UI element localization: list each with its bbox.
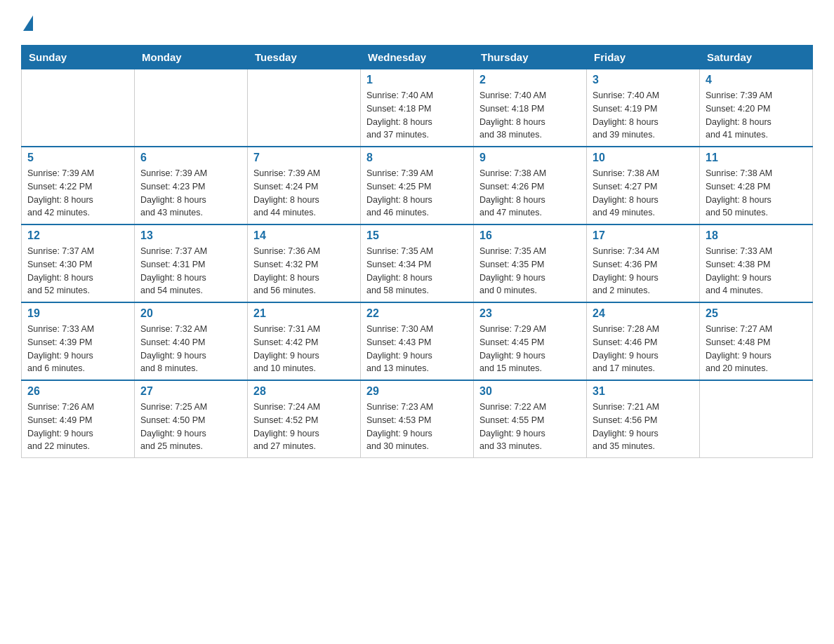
calendar-cell: 19Sunrise: 7:33 AM Sunset: 4:39 PM Dayli… [22,302,135,380]
day-info: Sunrise: 7:25 AM Sunset: 4:50 PM Dayligh… [140,401,241,453]
day-info: Sunrise: 7:22 AM Sunset: 4:55 PM Dayligh… [479,401,581,453]
calendar-cell: 11Sunrise: 7:38 AM Sunset: 4:28 PM Dayli… [700,147,813,224]
logo-triangle-icon [23,15,33,31]
day-number: 12 [27,229,128,242]
day-number: 14 [253,229,355,242]
calendar-table: SundayMondayTuesdayWednesdayThursdayFrid… [21,45,813,458]
day-info: Sunrise: 7:36 AM Sunset: 4:32 PM Dayligh… [253,245,355,297]
calendar-cell: 29Sunrise: 7:23 AM Sunset: 4:53 PM Dayli… [361,380,474,458]
calendar-week-row: 19Sunrise: 7:33 AM Sunset: 4:39 PM Dayli… [22,302,813,380]
day-info: Sunrise: 7:40 AM Sunset: 4:18 PM Dayligh… [479,89,581,142]
day-number: 9 [479,152,581,164]
calendar-cell: 15Sunrise: 7:35 AM Sunset: 4:34 PM Dayli… [361,224,474,302]
calendar-cell: 13Sunrise: 7:37 AM Sunset: 4:31 PM Dayli… [135,224,248,302]
day-info: Sunrise: 7:38 AM Sunset: 4:27 PM Dayligh… [593,167,694,220]
calendar-week-row: 1Sunrise: 7:40 AM Sunset: 4:18 PM Daylig… [22,69,813,147]
day-number: 29 [366,385,468,398]
day-info: Sunrise: 7:33 AM Sunset: 4:39 PM Dayligh… [27,323,128,375]
day-number: 15 [366,229,468,242]
weekday-header-tuesday: Tuesday [248,46,361,69]
weekday-header-thursday: Thursday [474,46,587,69]
calendar-cell: 2Sunrise: 7:40 AM Sunset: 4:18 PM Daylig… [474,69,587,147]
day-info: Sunrise: 7:39 AM Sunset: 4:22 PM Dayligh… [27,167,128,220]
calendar-cell: 25Sunrise: 7:27 AM Sunset: 4:48 PM Dayli… [700,302,813,380]
calendar-cell: 26Sunrise: 7:26 AM Sunset: 4:49 PM Dayli… [22,380,135,458]
day-info: Sunrise: 7:30 AM Sunset: 4:43 PM Dayligh… [366,323,468,375]
calendar-cell: 27Sunrise: 7:25 AM Sunset: 4:50 PM Dayli… [135,380,248,458]
day-number: 4 [706,74,807,86]
weekday-header-wednesday: Wednesday [361,46,474,69]
day-number: 19 [27,307,128,320]
day-info: Sunrise: 7:39 AM Sunset: 4:20 PM Dayligh… [706,89,807,142]
weekday-header-saturday: Saturday [700,46,813,69]
day-info: Sunrise: 7:35 AM Sunset: 4:35 PM Dayligh… [479,245,581,297]
calendar-cell [248,69,361,147]
calendar-cell: 17Sunrise: 7:34 AM Sunset: 4:36 PM Dayli… [587,224,700,302]
calendar-cell: 16Sunrise: 7:35 AM Sunset: 4:35 PM Dayli… [474,224,587,302]
day-number: 8 [366,152,468,164]
calendar-cell: 12Sunrise: 7:37 AM Sunset: 4:30 PM Dayli… [22,224,135,302]
day-number: 13 [140,229,241,242]
calendar-cell: 5Sunrise: 7:39 AM Sunset: 4:22 PM Daylig… [22,147,135,224]
day-info: Sunrise: 7:24 AM Sunset: 4:52 PM Dayligh… [253,401,355,453]
calendar-cell: 18Sunrise: 7:33 AM Sunset: 4:38 PM Dayli… [700,224,813,302]
day-info: Sunrise: 7:39 AM Sunset: 4:24 PM Dayligh… [253,167,355,220]
calendar-header: SundayMondayTuesdayWednesdayThursdayFrid… [22,46,813,69]
weekday-header-friday: Friday [587,46,700,69]
day-number: 11 [706,152,807,164]
calendar-cell [135,69,248,147]
day-number: 6 [140,152,241,164]
day-info: Sunrise: 7:26 AM Sunset: 4:49 PM Dayligh… [27,401,128,453]
day-number: 22 [366,307,468,320]
day-number: 2 [479,74,581,86]
day-number: 26 [27,385,128,398]
weekday-header-row: SundayMondayTuesdayWednesdayThursdayFrid… [22,46,813,69]
day-info: Sunrise: 7:31 AM Sunset: 4:42 PM Dayligh… [253,323,355,375]
day-number: 17 [593,229,694,242]
day-info: Sunrise: 7:21 AM Sunset: 4:56 PM Dayligh… [593,401,694,453]
day-info: Sunrise: 7:38 AM Sunset: 4:28 PM Dayligh… [706,167,807,220]
day-number: 31 [593,385,694,398]
day-number: 18 [706,229,807,242]
day-number: 28 [253,385,355,398]
calendar-cell: 24Sunrise: 7:28 AM Sunset: 4:46 PM Dayli… [587,302,700,380]
weekday-header-monday: Monday [135,46,248,69]
calendar-cell: 22Sunrise: 7:30 AM Sunset: 4:43 PM Dayli… [361,302,474,380]
calendar-cell: 3Sunrise: 7:40 AM Sunset: 4:19 PM Daylig… [587,69,700,147]
page-header [21,14,813,31]
day-info: Sunrise: 7:39 AM Sunset: 4:23 PM Dayligh… [140,167,241,220]
day-number: 3 [593,74,694,86]
calendar-cell: 10Sunrise: 7:38 AM Sunset: 4:27 PM Dayli… [587,147,700,224]
day-number: 30 [479,385,581,398]
day-info: Sunrise: 7:27 AM Sunset: 4:48 PM Dayligh… [706,323,807,375]
day-info: Sunrise: 7:40 AM Sunset: 4:18 PM Dayligh… [366,89,468,142]
day-info: Sunrise: 7:34 AM Sunset: 4:36 PM Dayligh… [593,245,694,297]
calendar-cell: 8Sunrise: 7:39 AM Sunset: 4:25 PM Daylig… [361,147,474,224]
calendar-cell: 14Sunrise: 7:36 AM Sunset: 4:32 PM Dayli… [248,224,361,302]
day-number: 10 [593,152,694,164]
day-number: 7 [253,152,355,164]
day-number: 21 [253,307,355,320]
day-info: Sunrise: 7:33 AM Sunset: 4:38 PM Dayligh… [706,245,807,297]
weekday-header-sunday: Sunday [22,46,135,69]
calendar-cell [700,380,813,458]
calendar-week-row: 26Sunrise: 7:26 AM Sunset: 4:49 PM Dayli… [22,380,813,458]
calendar-week-row: 12Sunrise: 7:37 AM Sunset: 4:30 PM Dayli… [22,224,813,302]
calendar-week-row: 5Sunrise: 7:39 AM Sunset: 4:22 PM Daylig… [22,147,813,224]
calendar-cell: 4Sunrise: 7:39 AM Sunset: 4:20 PM Daylig… [700,69,813,147]
day-number: 25 [706,307,807,320]
day-info: Sunrise: 7:39 AM Sunset: 4:25 PM Dayligh… [366,167,468,220]
calendar-cell: 20Sunrise: 7:32 AM Sunset: 4:40 PM Dayli… [135,302,248,380]
calendar-body: 1Sunrise: 7:40 AM Sunset: 4:18 PM Daylig… [22,69,813,458]
day-info: Sunrise: 7:37 AM Sunset: 4:30 PM Dayligh… [27,245,128,297]
day-info: Sunrise: 7:40 AM Sunset: 4:19 PM Dayligh… [593,89,694,142]
calendar-cell [22,69,135,147]
calendar-cell: 9Sunrise: 7:38 AM Sunset: 4:26 PM Daylig… [474,147,587,224]
calendar-cell: 23Sunrise: 7:29 AM Sunset: 4:45 PM Dayli… [474,302,587,380]
day-number: 5 [27,152,128,164]
calendar-cell: 7Sunrise: 7:39 AM Sunset: 4:24 PM Daylig… [248,147,361,224]
calendar-cell: 1Sunrise: 7:40 AM Sunset: 4:18 PM Daylig… [361,69,474,147]
day-info: Sunrise: 7:28 AM Sunset: 4:46 PM Dayligh… [593,323,694,375]
calendar-cell: 31Sunrise: 7:21 AM Sunset: 4:56 PM Dayli… [587,380,700,458]
day-info: Sunrise: 7:23 AM Sunset: 4:53 PM Dayligh… [366,401,468,453]
